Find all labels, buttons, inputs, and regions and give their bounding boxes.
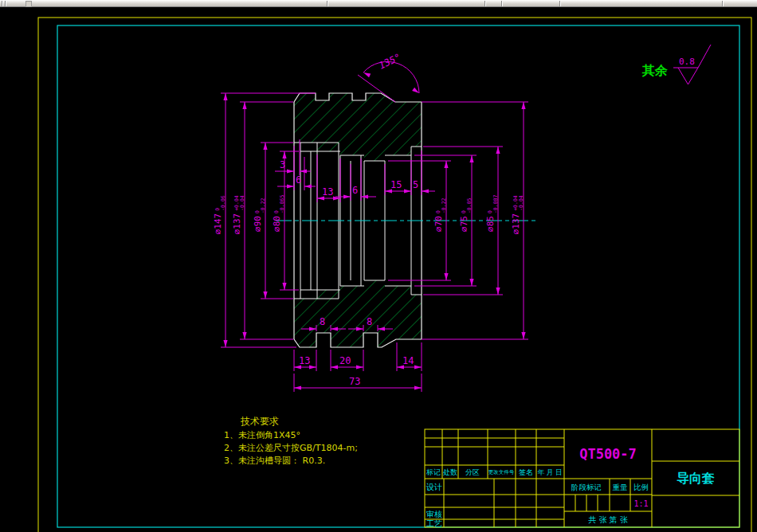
dim-arrow	[444, 273, 448, 280]
revision-header: 标记	[426, 468, 441, 476]
dim-arrow	[294, 385, 301, 389]
sheet-border	[57, 25, 739, 527]
diameter-dimension: ⌀137+0.04-0.04	[511, 195, 524, 234]
diameter-dimension: ⌀137+0.04-0.04	[232, 195, 245, 234]
title-block: 标记处数分区更改文件号签名年 月 日设计审核工艺阶段标记重量比例1:1共 张 第…	[425, 429, 739, 528]
diameter-dimension: ⌀800-0.065	[272, 195, 285, 232]
tech-item: 3、未注沟槽导圆： R0.3.	[224, 456, 325, 466]
hatch-upper	[294, 93, 422, 161]
tolerance-lower: -0.05	[466, 198, 473, 213]
tolerance-lower: -0.22	[441, 198, 447, 213]
toolbar-separator	[5, 1, 6, 6]
dim-arrow	[282, 283, 286, 290]
toolbar-separator	[484, 1, 485, 6]
dim-arrow	[223, 340, 227, 347]
dim-arrow	[223, 93, 227, 100]
length-dim: 6	[352, 185, 358, 196]
revision-header: 签名	[519, 468, 533, 476]
dim-arrow	[414, 385, 422, 389]
diameter-label: ⌀137	[511, 213, 521, 235]
tech-item: 2、未注公差尺寸按GB/T1804-m;	[224, 443, 358, 453]
length-dim: 5	[413, 179, 418, 190]
dim-arrow	[414, 365, 422, 369]
stage-header: 重量	[613, 483, 629, 491]
length-dim: 15	[390, 179, 402, 190]
top-toolbar-sliver[interactable]	[0, 0, 757, 7]
dim-arrow	[331, 365, 338, 369]
toolbar-separator	[559, 1, 560, 6]
revision-header: 分区	[465, 468, 480, 476]
part-code: QT500-7	[579, 446, 637, 462]
tech-title: 技术要求	[240, 416, 279, 427]
hatch-lower	[294, 280, 422, 347]
length-dim: 8	[320, 316, 325, 327]
technical-requirements: 技术要求1、未注倒角1X45°2、未注公差尺寸按GB/T1804-m;3、未注沟…	[224, 416, 358, 466]
dim-arrow	[304, 184, 312, 188]
line	[678, 68, 688, 84]
tolerance-lower: -0.06	[220, 195, 226, 211]
revision-header: 更改文件号	[488, 469, 515, 475]
toolbar-separator	[722, 1, 723, 6]
length-dim: 6	[296, 174, 301, 186]
dim-arrow	[263, 143, 267, 150]
dim-arrow	[469, 279, 473, 286]
length-dim: 8	[367, 316, 372, 327]
length-dim: 13	[299, 355, 310, 366]
diameter-label: ⌀147	[213, 213, 223, 235]
diameter-dimension: ⌀700-0.22	[433, 198, 447, 231]
cad-viewport[interactable]: ⌀1470-0.06⌀137+0.04-0.04⌀900-0.22⌀800-0.…	[0, 7, 757, 532]
length-dim: 73	[349, 376, 360, 387]
dim-arrow	[287, 184, 294, 188]
dim-arrow	[263, 291, 267, 299]
diameter-label: ⌀75	[459, 216, 469, 232]
dim-arrow	[242, 102, 246, 109]
diameter-dimension: ⌀900-0.22	[253, 198, 266, 231]
diameter-label: ⌀85	[485, 216, 496, 232]
role-label: 设计	[426, 483, 442, 491]
diameter-dimension: ⌀850-0.087	[485, 195, 499, 232]
line	[688, 68, 699, 84]
tolerance-lower: -0.22	[260, 198, 266, 213]
roughness-value: 0.8	[679, 57, 695, 67]
scale-value: 1:1	[633, 499, 648, 508]
toolbar-button[interactable]	[25, 1, 32, 7]
length-dim: 14	[402, 355, 414, 366]
line	[698, 45, 711, 68]
surface-note-text: 其余	[641, 63, 668, 78]
cad-drawing-canvas[interactable]: ⌀1470-0.06⌀137+0.04-0.04⌀900-0.22⌀800-0.…	[0, 7, 757, 532]
dim-arrow	[422, 189, 429, 193]
drawing-borders	[38, 18, 751, 532]
diameter-label: ⌀90	[253, 216, 263, 232]
length-dim: 3	[280, 159, 285, 170]
tolerance-lower: -0.065	[279, 195, 285, 214]
angle-label: 135°	[377, 51, 402, 71]
dim-arrow	[496, 288, 500, 295]
dim-arrow	[343, 194, 351, 198]
dim-arrow	[287, 169, 294, 173]
sheet-note: 共 张 第 张	[588, 515, 628, 524]
diameter-label: ⌀137	[232, 213, 242, 235]
diameter-dimension: ⌀1470-0.06	[213, 195, 226, 234]
dim-arrow	[404, 189, 411, 193]
diameter-label: ⌀70	[433, 216, 444, 232]
part-name: 导向套	[677, 471, 715, 486]
tech-item: 1、未注倒角1X45°	[224, 430, 300, 440]
diameter-label: ⌀80	[272, 216, 282, 232]
roughness-symbol-icon: 0.8	[673, 45, 711, 84]
role-label: 工艺	[426, 519, 442, 528]
toolbar-separator	[2, 1, 2, 6]
surface-finish-note: 其余0.8	[641, 45, 711, 84]
tolerance-lower: -0.087	[492, 195, 499, 214]
dim-arrow	[469, 155, 473, 162]
stage-header: 比例	[633, 483, 649, 491]
tolerance-lower: -0.04	[239, 195, 245, 211]
toolbar-separator	[501, 1, 502, 6]
dim-arrow	[521, 332, 525, 339]
dim-arrow	[282, 151, 286, 158]
dim-arrow	[242, 332, 246, 339]
revision-header: 处数	[442, 468, 457, 476]
stage-header: 阶段标记	[571, 483, 602, 491]
tolerance-lower: -0.04	[518, 195, 524, 211]
length-dim: 20	[339, 355, 351, 366]
role-label: 审核	[426, 510, 442, 518]
